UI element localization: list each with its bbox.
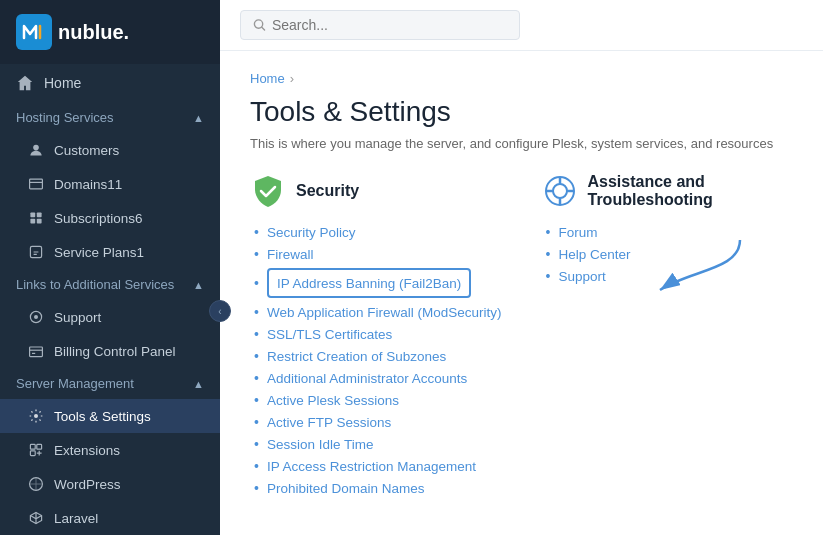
svg-point-9 [34, 315, 38, 319]
ip-access-link[interactable]: IP Access Restriction Management [267, 459, 476, 474]
prohibited-domains-link[interactable]: Prohibited Domain Names [267, 481, 425, 496]
sidebar-section-hosting[interactable]: Hosting Services ▲ [0, 102, 220, 133]
svg-rect-5 [30, 219, 35, 224]
security-links-list: Security Policy Firewall IP Address Bann… [250, 221, 502, 499]
service-plans-icon [28, 244, 44, 260]
support-icon [28, 309, 44, 325]
assistance-support-link[interactable]: Support [558, 269, 605, 284]
wordpress-label: WordPress [54, 477, 121, 492]
tools-icon [28, 408, 44, 424]
restrict-subzones-link[interactable]: Restrict Creation of Subzones [267, 349, 446, 364]
security-shield-icon [250, 173, 286, 209]
security-link-active-plesk: Active Plesk Sessions [254, 389, 502, 411]
sidebar-item-customers[interactable]: Customers [0, 133, 220, 167]
extensions-label: Extensions [54, 443, 120, 458]
server-mgmt-chevron-icon: ▲ [193, 378, 204, 390]
security-card: Security Security Policy Firewall IP Add… [250, 173, 502, 499]
domains-icon [28, 176, 44, 192]
billing-icon [28, 343, 44, 359]
search-box[interactable] [240, 10, 520, 40]
sidebar-item-billing[interactable]: Billing Control Panel [0, 334, 220, 368]
assistance-links-list: Forum Help Center Support [542, 221, 794, 287]
sidebar-item-support[interactable]: Support [0, 300, 220, 334]
security-policy-link[interactable]: Security Policy [267, 225, 356, 240]
active-ftp-link[interactable]: Active FTP Sessions [267, 415, 391, 430]
security-link-firewall: Firewall [254, 243, 502, 265]
help-center-link[interactable]: Help Center [558, 247, 630, 262]
sidebar-item-subscriptions[interactable]: Subscriptions 6 [0, 201, 220, 235]
breadcrumb-home[interactable]: Home [250, 71, 285, 86]
page-title: Tools & Settings [250, 96, 793, 128]
security-link-restrict-subzones: Restrict Creation of Subzones [254, 345, 502, 367]
laravel-label: Laravel [54, 511, 98, 526]
sidebar-item-domains[interactable]: Domains 11 [0, 167, 220, 201]
forum-link[interactable]: Forum [558, 225, 597, 240]
sidebar-logo: nublue. [0, 0, 220, 64]
subscriptions-badge: 6 [135, 211, 143, 226]
laravel-icon [28, 510, 44, 526]
sidebar-item-tools-settings[interactable]: Tools & Settings [0, 399, 220, 433]
assistance-link-help-center: Help Center [546, 243, 794, 265]
sidebar-collapse-button[interactable]: ‹ [209, 300, 231, 322]
security-link-ip-banning: IP Address Banning (Fail2Ban) [254, 265, 502, 301]
sidebar-item-extensions[interactable]: Extensions [0, 433, 220, 467]
assistance-link-forum: Forum [546, 221, 794, 243]
domains-label: Domains [54, 177, 107, 192]
security-card-title: Security [296, 182, 359, 200]
subscriptions-label: Subscriptions [54, 211, 135, 226]
svg-point-1 [33, 145, 39, 151]
assistance-icon [542, 173, 578, 209]
sidebar-item-home[interactable]: Home [0, 64, 220, 102]
security-link-security-policy: Security Policy [254, 221, 502, 243]
page-description: This is where you manage the server, and… [250, 136, 793, 151]
svg-rect-4 [37, 212, 42, 217]
sidebar-item-laravel[interactable]: Laravel [0, 501, 220, 535]
firewall-link[interactable]: Firewall [267, 247, 314, 262]
service-plans-badge: 1 [137, 245, 145, 260]
svg-rect-6 [37, 219, 42, 224]
security-link-active-ftp: Active FTP Sessions [254, 411, 502, 433]
server-mgmt-label: Server Management [16, 376, 134, 391]
sidebar-item-wordpress[interactable]: WordPress [0, 467, 220, 501]
svg-rect-10 [30, 347, 43, 357]
assistance-card-title: Assistance and Troubleshooting [588, 173, 794, 209]
customers-icon [28, 142, 44, 158]
security-link-additional-admin: Additional Administrator Accounts [254, 367, 502, 389]
topbar [220, 0, 823, 51]
home-icon [16, 74, 34, 92]
extensions-icon [28, 442, 44, 458]
sidebar-section-server-mgmt[interactable]: Server Management ▲ [0, 368, 220, 399]
svg-rect-13 [37, 444, 42, 449]
ssl-link[interactable]: SSL/TLS Certificates [267, 327, 392, 342]
security-link-prohibited-domains: Prohibited Domain Names [254, 477, 502, 499]
assistance-card: Assistance and Troubleshooting Forum Hel… [542, 173, 794, 499]
sidebar-section-links[interactable]: Links to Additional Services ▲ [0, 269, 220, 300]
svg-rect-3 [30, 212, 35, 217]
wordpress-icon [28, 476, 44, 492]
search-input[interactable] [272, 17, 507, 33]
web-app-fw-link[interactable]: Web Application Firewall (ModSecurity) [267, 305, 502, 320]
svg-rect-0 [16, 14, 52, 50]
customers-label: Customers [54, 143, 119, 158]
security-link-web-app-fw: Web Application Firewall (ModSecurity) [254, 301, 502, 323]
links-chevron-icon: ▲ [193, 279, 204, 291]
svg-point-11 [34, 414, 38, 418]
breadcrumb-separator: › [290, 71, 294, 86]
main-content: Home › Tools & Settings This is where yo… [220, 51, 823, 546]
security-link-ssl: SSL/TLS Certificates [254, 323, 502, 345]
security-card-header: Security [250, 173, 502, 209]
additional-admin-link[interactable]: Additional Administrator Accounts [267, 371, 467, 386]
security-link-session-idle: Session Idle Time [254, 433, 502, 455]
session-idle-link[interactable]: Session Idle Time [267, 437, 374, 452]
ip-banning-link[interactable]: IP Address Banning (Fail2Ban) [277, 276, 461, 291]
sidebar-item-service-plans[interactable]: Service Plans 1 [0, 235, 220, 269]
domains-badge: 11 [107, 177, 122, 192]
logo-text: nublue. [58, 21, 129, 44]
active-plesk-link[interactable]: Active Plesk Sessions [267, 393, 399, 408]
subscriptions-icon [28, 210, 44, 226]
security-link-ip-access: IP Access Restriction Management [254, 455, 502, 477]
breadcrumb: Home › [250, 71, 793, 86]
support-label: Support [54, 310, 101, 325]
svg-point-18 [553, 184, 567, 198]
hosting-section-label: Hosting Services [16, 110, 114, 125]
